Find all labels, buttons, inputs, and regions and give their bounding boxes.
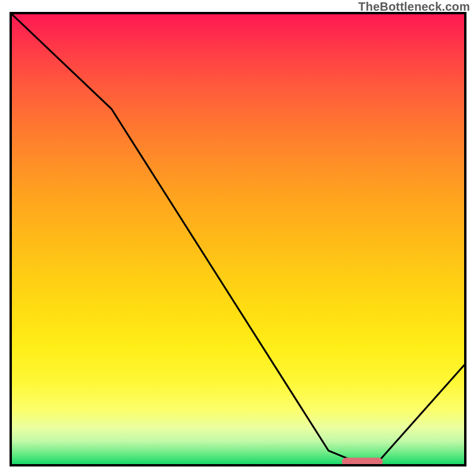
- optimal-range-marker: [342, 458, 383, 464]
- plot-overlay: [12, 14, 464, 464]
- chart-container: TheBottleneck.com: [0, 0, 476, 476]
- bottleneck-curve: [12, 14, 464, 462]
- plot-area: [10, 12, 466, 466]
